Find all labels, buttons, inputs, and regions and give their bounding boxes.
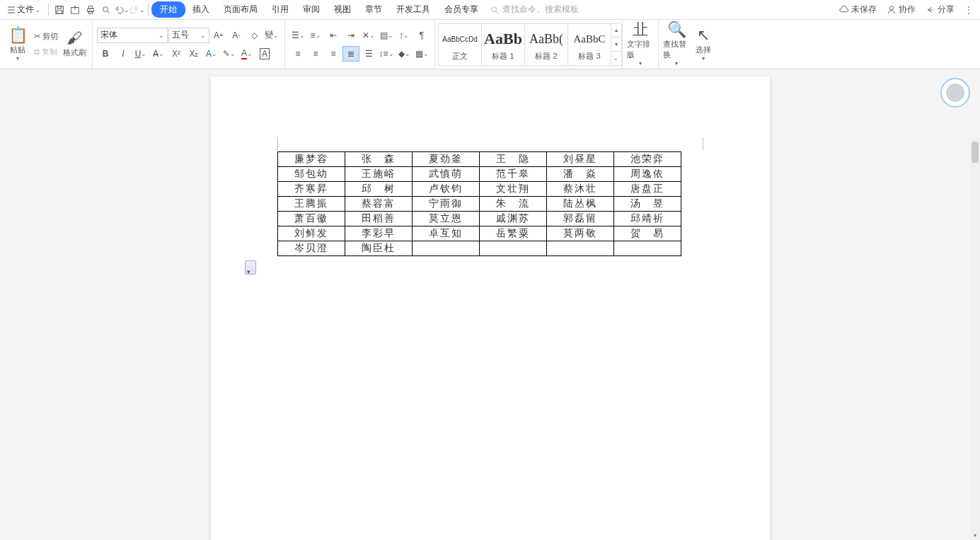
table-cell[interactable] [613,241,681,256]
table-cell[interactable]: 陶臣杜 [345,241,412,256]
undo-icon[interactable]: ⌄ [114,2,129,18]
table-cell[interactable]: 莫立恩 [412,212,479,226]
align-vertical-button[interactable]: ▤⌄ [378,28,395,43]
assistant-avatar[interactable] [940,78,970,108]
table-cell[interactable]: 郭磊留 [546,212,613,226]
find-replace-button[interactable]: 🔍 查找替换 ▾ [663,23,690,66]
more-menu-icon[interactable]: ⋮ [960,5,977,15]
align-right-button[interactable]: ≡ [325,46,342,62]
style-heading1[interactable]: AaBb 标题 1 [481,23,525,66]
table-cell[interactable]: 齐寒昇 [277,182,345,197]
underline-button[interactable]: U⌄ [132,46,149,62]
align-left-button[interactable]: ≡ [289,46,306,62]
strikethrough-button[interactable]: A̶⌄ [150,46,167,62]
style-heading3[interactable]: AaBbC 标题 3 [567,23,611,66]
tab-home[interactable]: 开始 [151,1,185,18]
table-cell[interactable]: 唐盘正 [613,182,681,197]
command-search[interactable]: 查找命令、搜索模板 [485,4,583,16]
table-cell[interactable]: 刘昼星 [546,152,613,167]
tab-page-layout[interactable]: 页面布局 [217,1,265,18]
table-cell[interactable]: 王施峪 [345,167,412,182]
highlight-button[interactable]: ✎⌄ [221,46,238,62]
line-spacing-button[interactable]: ↕≡⌄ [378,46,395,62]
table-cell[interactable]: 池荣弈 [613,152,681,167]
document-table[interactable]: 廉梦容张 森夏劲釜王 隐刘昼星池荣弈邹包幼王施峪武慎萌范千皋潘 焱周逸依齐寒昇邱… [277,151,681,256]
shading-button[interactable]: ◆⌄ [396,46,413,62]
table-cell[interactable]: 刘鲜发 [277,226,345,241]
table-cell[interactable]: 汤 昱 [613,197,681,212]
table-cell[interactable]: 文壮翔 [479,182,546,197]
distribute-button[interactable]: ☰ [360,46,377,62]
copy-button[interactable]: ⧉复制 [31,45,61,59]
borders-button[interactable]: ▦⌄ [413,46,430,62]
table-cell[interactable]: 武慎萌 [412,167,479,182]
indent-decrease-button[interactable]: ⇤ [325,28,342,43]
bullets-button[interactable]: ☰⌄ [289,28,306,43]
table-row[interactable]: 刘鲜发李彩早卓互知岳繁粟莫两敬贺 易 [277,226,681,241]
table-cell[interactable]: 邱 树 [345,182,412,197]
table-cell[interactable]: 李彩早 [345,226,412,241]
char-border-button[interactable]: A [256,46,273,62]
clear-format-button[interactable]: ◇ [246,28,263,43]
redo-icon[interactable]: ⌄ [129,2,145,18]
text-layout-button[interactable]: 㐀 文字排版 ▾ [627,23,654,66]
table-cell[interactable]: 卢钦钧 [412,182,479,197]
table-cell[interactable]: 王腾振 [277,197,345,212]
save-icon[interactable] [52,2,67,18]
table-cell[interactable]: 蔡容富 [345,197,412,212]
table-cell[interactable]: 贺 易 [613,226,681,241]
bold-button[interactable]: B [97,46,114,62]
shrink-font-button[interactable]: A- [228,28,245,43]
table-cell[interactable]: 王 隐 [479,152,546,167]
table-cell[interactable]: 莫两敬 [546,226,613,241]
indent-increase-button[interactable]: ⇥ [342,28,359,43]
tab-view[interactable]: 视图 [327,1,358,18]
table-cell[interactable]: 田稻善 [345,212,412,226]
table-cell[interactable]: 朱 流 [479,197,546,212]
text-direction-button[interactable]: ✕⌄ [360,28,377,43]
unsaved-status[interactable]: 未保存 [835,4,881,16]
table-cell[interactable]: 廉梦容 [277,152,345,167]
tab-developer[interactable]: 开发工具 [389,1,437,18]
italic-button[interactable]: I [115,46,132,62]
superscript-button[interactable]: X² [168,46,185,62]
font-name-select[interactable]: 宋体⌄ [97,28,168,43]
vertical-scrollbar[interactable]: ▾ [970,139,980,540]
style-normal[interactable]: AaBbCcDd 正文 [438,23,482,66]
font-color-button[interactable]: A⌄ [238,46,255,62]
cut-button[interactable]: ✂剪切 [31,30,61,44]
scrollbar-thumb[interactable] [972,142,979,163]
table-row[interactable]: 岑贝澄陶臣杜 [277,241,681,256]
show-marks-button[interactable]: ¶ [413,28,430,43]
font-size-select[interactable]: 五号⌄ [168,28,209,43]
style-expand-icon[interactable]: ⌄ [611,51,621,65]
phonetic-button[interactable]: 變⌄ [263,28,280,43]
table-cell[interactable]: 张 森 [345,152,412,167]
table-cell[interactable]: 萧百徽 [277,212,345,226]
table-cell[interactable]: 戚渊苏 [479,212,546,226]
align-justify-button[interactable]: ≣ [342,46,359,62]
numbering-button[interactable]: ≡⌄ [307,28,324,43]
subscript-button[interactable]: X₂ [185,46,202,62]
table-cell[interactable] [412,241,479,256]
table-row[interactable]: 齐寒昇邱 树卢钦钧文壮翔蔡沐壮唐盘正 [277,182,681,197]
page-actions-icon[interactable] [245,260,256,275]
grow-font-button[interactable]: A+ [210,28,227,43]
document-page[interactable]: 廉梦容张 森夏劲釜王 隐刘昼星池荣弈邹包幼王施峪武慎萌范千皋潘 焱周逸依齐寒昇邱… [211,76,770,540]
tab-references[interactable]: 引用 [265,1,296,18]
sort-button[interactable]: ↕⌄ [396,28,413,43]
collab-button[interactable]: 协作 [882,4,920,16]
print-preview-icon[interactable] [98,2,114,18]
table-cell[interactable]: 陆丛枫 [546,197,613,212]
align-center-button[interactable]: ≡ [307,46,324,62]
style-prev-icon[interactable]: ▴ [611,24,621,38]
scroll-down-icon[interactable]: ▾ [970,530,980,540]
paste-button[interactable]: 📋 粘贴 ▾ [4,23,31,66]
style-heading2[interactable]: AaBb( 标题 2 [524,23,568,66]
format-painter-button[interactable]: 🖌 格式刷 [61,23,88,66]
tab-sections[interactable]: 章节 [358,1,389,18]
table-cell[interactable]: 岳繁粟 [479,226,546,241]
tab-review[interactable]: 审阅 [296,1,327,18]
table-row[interactable]: 萧百徽田稻善莫立恩戚渊苏郭磊留邱靖祈 [277,212,681,226]
table-cell[interactable]: 宁雨御 [412,197,479,212]
